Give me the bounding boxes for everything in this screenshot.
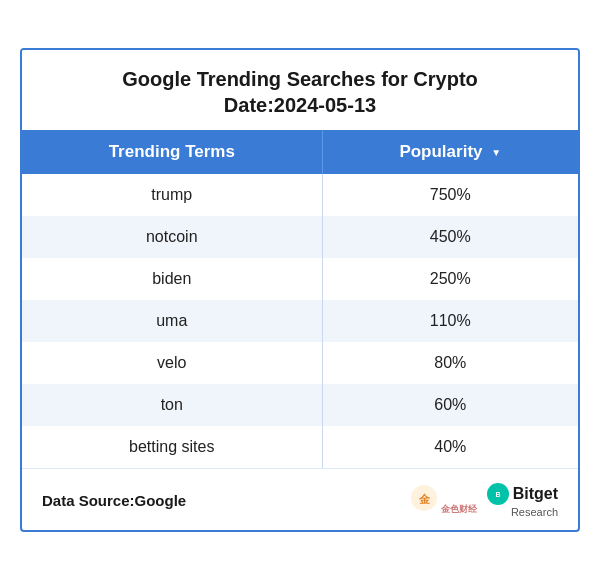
cell-term: uma (22, 300, 322, 342)
bitget-svg: B (491, 487, 505, 501)
title-line2: Date:2024-05-13 (224, 94, 376, 116)
bitget-logo: B Bitget (487, 483, 558, 505)
main-container: Google Trending Searches for Crypto Date… (20, 48, 580, 532)
cell-term: velo (22, 342, 322, 384)
table-row: velo80% (22, 342, 578, 384)
title-area: Google Trending Searches for Crypto Date… (22, 50, 578, 130)
table-body: trump750%notcoin450%biden250%uma110%velo… (22, 174, 578, 468)
table-row: trump750% (22, 174, 578, 216)
bitget-brand-name: Bitget (513, 485, 558, 503)
bitget-icon: B (487, 483, 509, 505)
table-wrapper: Trending Terms Popularity ▼ trump750%not… (22, 130, 578, 468)
table-row: biden250% (22, 258, 578, 300)
jinjing-icon: 金 (410, 484, 438, 512)
jinjing-text: 金色财经 (441, 504, 477, 514)
header-term: Trending Terms (22, 130, 322, 174)
table-row: betting sites40% (22, 426, 578, 468)
research-label: Research (511, 506, 558, 518)
svg-text:金: 金 (417, 493, 430, 505)
title-line1: Google Trending Searches for Crypto (122, 68, 478, 90)
cell-term: trump (22, 174, 322, 216)
footer: Data Source:Google 金 金色财经 B Bit (22, 468, 578, 530)
table-row: ton60% (22, 384, 578, 426)
cell-popularity: 110% (322, 300, 578, 342)
cell-term: betting sites (22, 426, 322, 468)
table-header-row: Trending Terms Popularity ▼ (22, 130, 578, 174)
sort-icon: ▼ (491, 147, 501, 158)
cell-popularity: 750% (322, 174, 578, 216)
cell-popularity: 450% (322, 216, 578, 258)
cell-term: biden (22, 258, 322, 300)
trending-table: Trending Terms Popularity ▼ trump750%not… (22, 130, 578, 468)
cell-term: notcoin (22, 216, 322, 258)
cell-popularity: 80% (322, 342, 578, 384)
page-title: Google Trending Searches for Crypto Date… (42, 66, 558, 118)
header-popularity: Popularity ▼ (322, 130, 578, 174)
table-row: notcoin450% (22, 216, 578, 258)
table-row: uma110% (22, 300, 578, 342)
bitget-logo-container: B Bitget Research (487, 483, 558, 518)
data-source-label: Data Source:Google (42, 492, 186, 509)
cell-popularity: 60% (322, 384, 578, 426)
logos-area: 金 金色财经 B Bitget Research (410, 483, 558, 518)
cell-popularity: 40% (322, 426, 578, 468)
cell-term: ton (22, 384, 322, 426)
cell-popularity: 250% (322, 258, 578, 300)
svg-text:B: B (495, 491, 500, 498)
jinjing-logo: 金 金色财经 (410, 484, 477, 516)
